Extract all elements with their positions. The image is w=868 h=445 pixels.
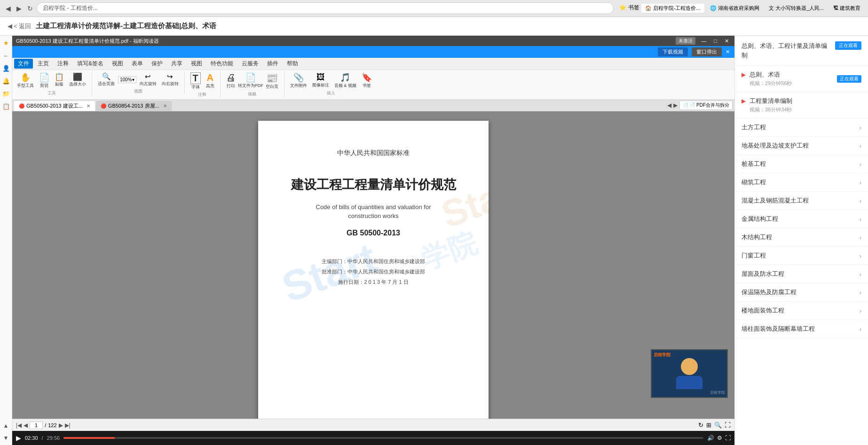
rs-category-0[interactable]: 土方工程 ›: [735, 118, 868, 137]
fls-back-icon[interactable]: ←: [3, 52, 9, 59]
ribbon-btn-blank[interactable]: 📰 空白页: [264, 71, 280, 91]
rs-category-10[interactable]: 楼地面装饰工程 ›: [735, 302, 868, 320]
fls-star-icon[interactable]: ★: [3, 39, 9, 47]
pdf-fit-icon[interactable]: ⊞: [706, 422, 711, 429]
maximize-icon[interactable]: □: [712, 38, 719, 44]
pdf-last-page-btn[interactable]: ▶|: [65, 422, 71, 429]
pdf-tab-1[interactable]: 🔴 GB50500-2013 建设工... ✕: [14, 101, 95, 111]
rs-video-icon-2: ▶: [742, 98, 746, 104]
notification-close-icon[interactable]: ✕: [726, 49, 730, 55]
pdf-tab-2-close[interactable]: ✕: [163, 103, 167, 109]
ribbon-btn-rotate-left[interactable]: ↩ 向左旋转: [138, 71, 158, 88]
menu-home[interactable]: 主页: [34, 59, 53, 69]
close-icon[interactable]: ✕: [723, 38, 731, 44]
rs-category-4[interactable]: 混凝土及钢筋混凝土工程 ›: [735, 192, 868, 210]
fls-notification-icon[interactable]: 🔔: [2, 78, 10, 85]
pdf-total-pages: 122: [48, 422, 56, 428]
menu-form[interactable]: 表单: [128, 59, 147, 69]
address-bar[interactable]: 启程学院 - 工程造价...: [43, 5, 98, 11]
video-volume-btn[interactable]: 🔊: [707, 435, 714, 441]
ribbon-group-annotation: T 字体 A 高亮 注释: [189, 71, 221, 98]
fls-arrow-down-icon[interactable]: ▼: [3, 435, 9, 441]
rs-category-6[interactable]: 木结构工程 ›: [735, 228, 868, 247]
rs-video-title-1: 总则、术语: [750, 70, 833, 79]
ribbon-zoom-select[interactable]: 100%▾: [118, 76, 136, 83]
browser-tab-gov[interactable]: 🌐 湖南省政府采购网: [706, 4, 763, 13]
ribbon-btn-bookmark[interactable]: 🔖 书签: [360, 71, 374, 90]
browser-tab-convert[interactable]: 文 大小写转换器_人民...: [765, 4, 828, 13]
ribbon-btn-highlight[interactable]: A 高亮: [204, 71, 216, 91]
rs-category-3[interactable]: 砌筑工程 ›: [735, 173, 868, 192]
pdf-tab-back-icon[interactable]: ◀: [667, 102, 671, 109]
menu-features[interactable]: 特色功能: [207, 59, 237, 69]
fls-user-icon[interactable]: 👤: [2, 65, 10, 72]
ribbon-btn-print[interactable]: 🖨 打印: [224, 71, 237, 91]
browser-refresh-btn[interactable]: ↻: [25, 5, 35, 12]
pdf-standard-no: GB 50500-2013: [282, 229, 465, 237]
rs-category-11[interactable]: 墙柱面装饰及隔断幕墙工程 ›: [735, 320, 868, 338]
pdf-next-page-btn[interactable]: ▶: [59, 422, 63, 429]
ribbon-btn-paste[interactable]: 📋 贴板: [53, 71, 66, 90]
rs-cat-arrow-8: ›: [860, 271, 861, 278]
rs-video-section-2[interactable]: ▶ 工程量清单编制 视频：36分钟34秒: [735, 92, 868, 118]
browser-back-btn[interactable]: ◀: [4, 5, 13, 12]
pdf-viewer-area[interactable]: Start Sta 学院 中华人民共和国国家标准 建设工程工程量清单计价规范 C…: [12, 111, 734, 419]
window-popup-btn[interactable]: 窗口弹出: [692, 47, 722, 56]
menu-annotation[interactable]: 注释: [54, 59, 72, 69]
pdf-tab-2[interactable]: 🔴 GB50854-2013 房屋... ✕: [96, 101, 172, 111]
rs-category-1[interactable]: 地基处理及边坡支护工程 ›: [735, 137, 868, 155]
rs-category-8[interactable]: 屋面及防水工程 ›: [735, 265, 868, 283]
back-button[interactable]: ◀ < 返回: [8, 22, 31, 31]
fls-folder-icon[interactable]: 📁: [2, 90, 10, 97]
rs-category-7[interactable]: 门窗工程 ›: [735, 247, 868, 265]
pdf-fullscreen-icon[interactable]: ⛶: [725, 422, 731, 429]
menu-cloud[interactable]: 云服务: [238, 59, 262, 69]
minimize-icon[interactable]: —: [699, 38, 708, 44]
ribbon-btn-zoom-out[interactable]: 🔍 适合页面: [96, 71, 117, 88]
menu-protect[interactable]: 保护: [148, 59, 166, 69]
pdf-first-page-btn[interactable]: |◀: [16, 422, 22, 429]
video-fullscreen-btn[interactable]: ⛶: [725, 435, 731, 441]
video-progress-bar[interactable]: [63, 437, 703, 439]
pdf-prev-page-btn[interactable]: ◀: [24, 422, 28, 429]
browser-forward-btn[interactable]: ▶: [15, 5, 24, 12]
pdf-tab-forward-icon[interactable]: ▶: [673, 102, 678, 109]
ribbon-btn-convert-pdf[interactable]: 📄 转文件为PDF: [239, 71, 262, 91]
download-video-btn[interactable]: 下载视频: [658, 47, 688, 56]
pdf-page-input[interactable]: [30, 422, 43, 429]
menu-file[interactable]: 文件: [14, 59, 33, 69]
fls-clipboard-icon[interactable]: 📋: [2, 103, 10, 110]
menu-view[interactable]: 视图: [108, 59, 127, 69]
browser-tab-jianzhu[interactable]: 🏗 建筑教育: [829, 4, 864, 13]
menu-help[interactable]: 帮助: [283, 59, 302, 69]
rs-video-section-1[interactable]: ▶ 总则、术语 视频：29分钟56秒 正在观看: [735, 66, 868, 92]
browser-tab-bookmark[interactable]: ⭐ 书签: [619, 4, 639, 13]
menu-share[interactable]: 共享: [167, 59, 186, 69]
pdf-zoom-in-icon[interactable]: 🔍: [714, 422, 722, 429]
video-settings-btn[interactable]: ⚙: [717, 435, 722, 441]
browser-tab-qicheng[interactable]: 🏠 启程学院-工程造价...: [641, 4, 704, 13]
menu-view2[interactable]: 视图: [187, 59, 206, 69]
pdf-merge-btn[interactable]: 📄 📄 PDF合并与拆分: [679, 101, 733, 110]
menu-fill-sign[interactable]: 填写&签名: [73, 59, 107, 69]
pdf-rotate-icon[interactable]: ↻: [698, 422, 703, 429]
ribbon-btn-image-note[interactable]: 🖼 图像标注: [310, 71, 331, 90]
fls-arrow-up-icon[interactable]: ▲: [3, 422, 9, 429]
ribbon-btn-audio-video[interactable]: 🎵 音频 & 视频: [332, 71, 358, 90]
rs-category-9[interactable]: 保温隔热及防腐工程 ›: [735, 283, 868, 302]
video-school-label: 启程学院: [654, 352, 671, 358]
ribbon-btn-select[interactable]: ⬛ 选择大小: [67, 71, 88, 90]
menu-plugin[interactable]: 插件: [263, 59, 282, 69]
ribbon-btn-attachment[interactable]: 📎 文件附件: [288, 71, 309, 90]
rs-cat-arrow-9: ›: [860, 289, 861, 296]
ribbon-btn-rotate-right[interactable]: ↪ 向右旋转: [160, 71, 181, 88]
ribbon-btn-copy[interactable]: 📄 剪切: [37, 71, 51, 90]
ribbon-btn-text[interactable]: T 字体: [189, 71, 203, 91]
ribbon-btn-hand[interactable]: ✋ 手型工具: [15, 71, 36, 90]
rs-cat-title-0: 土方工程: [742, 123, 766, 132]
rs-category-2[interactable]: 桩基工程 ›: [735, 155, 868, 173]
video-progress-fill: [63, 437, 115, 439]
rs-category-5[interactable]: 金属结构工程 ›: [735, 210, 868, 228]
video-play-btn[interactable]: ▶: [16, 434, 21, 442]
pdf-tab-1-close[interactable]: ✕: [87, 103, 90, 109]
